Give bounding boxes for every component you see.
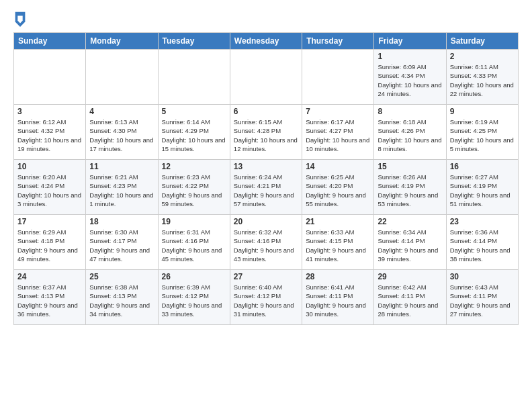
day-info: Sunrise: 6:15 AM Sunset: 4:28 PM Dayligh… (234, 118, 298, 153)
day-number: 13 (234, 162, 298, 171)
day-cell (230, 50, 302, 105)
day-info: Sunrise: 6:38 AM Sunset: 4:13 PM Dayligh… (89, 283, 154, 318)
day-info: Sunrise: 6:17 AM Sunset: 4:27 PM Dayligh… (306, 118, 370, 153)
day-number: 15 (378, 162, 442, 171)
day-cell: 20Sunrise: 6:32 AM Sunset: 4:16 PM Dayli… (230, 215, 302, 270)
day-number: 9 (450, 107, 515, 116)
day-cell: 15Sunrise: 6:26 AM Sunset: 4:19 PM Dayli… (374, 160, 446, 215)
day-info: Sunrise: 6:39 AM Sunset: 4:12 PM Dayligh… (162, 283, 226, 318)
day-info: Sunrise: 6:30 AM Sunset: 4:17 PM Dayligh… (89, 228, 154, 263)
day-cell (14, 50, 86, 105)
day-cell: 23Sunrise: 6:36 AM Sunset: 4:14 PM Dayli… (446, 215, 518, 270)
day-cell: 3Sunrise: 6:12 AM Sunset: 4:32 PM Daylig… (14, 105, 86, 160)
day-info: Sunrise: 6:24 AM Sunset: 4:21 PM Dayligh… (234, 173, 298, 208)
day-number: 28 (306, 272, 370, 281)
page: SundayMondayTuesdayWednesdayThursdayFrid… (0, 0, 532, 411)
day-info: Sunrise: 6:43 AM Sunset: 4:11 PM Dayligh… (450, 283, 515, 318)
day-number: 18 (89, 217, 154, 226)
day-number: 7 (306, 107, 370, 116)
day-cell: 26Sunrise: 6:39 AM Sunset: 4:12 PM Dayli… (158, 270, 230, 325)
day-info: Sunrise: 6:26 AM Sunset: 4:19 PM Dayligh… (378, 173, 442, 208)
day-info: Sunrise: 6:41 AM Sunset: 4:11 PM Dayligh… (306, 283, 370, 318)
day-cell: 7Sunrise: 6:17 AM Sunset: 4:27 PM Daylig… (302, 105, 374, 160)
day-number: 23 (450, 217, 515, 226)
day-cell: 12Sunrise: 6:23 AM Sunset: 4:22 PM Dayli… (158, 160, 230, 215)
day-info: Sunrise: 6:12 AM Sunset: 4:32 PM Dayligh… (17, 118, 82, 153)
day-info: Sunrise: 6:09 AM Sunset: 4:34 PM Dayligh… (378, 62, 442, 98)
day-number: 5 (162, 107, 226, 116)
day-cell: 24Sunrise: 6:37 AM Sunset: 4:13 PM Dayli… (14, 270, 86, 325)
day-cell: 8Sunrise: 6:18 AM Sunset: 4:26 PM Daylig… (374, 105, 446, 160)
day-info: Sunrise: 6:33 AM Sunset: 4:15 PM Dayligh… (306, 228, 370, 263)
day-cell: 18Sunrise: 6:30 AM Sunset: 4:17 PM Dayli… (86, 215, 158, 270)
day-info: Sunrise: 6:18 AM Sunset: 4:26 PM Dayligh… (378, 118, 442, 153)
day-info: Sunrise: 6:32 AM Sunset: 4:16 PM Dayligh… (234, 228, 298, 263)
day-info: Sunrise: 6:21 AM Sunset: 4:23 PM Dayligh… (89, 173, 154, 208)
calendar: SundayMondayTuesdayWednesdayThursdayFrid… (13, 32, 519, 325)
weekday-wednesday: Wednesday (230, 33, 302, 50)
day-number: 1 (378, 52, 442, 61)
week-row-4: 17Sunrise: 6:29 AM Sunset: 4:18 PM Dayli… (14, 215, 519, 270)
day-number: 24 (17, 272, 82, 281)
day-cell: 11Sunrise: 6:21 AM Sunset: 4:23 PM Dayli… (86, 160, 158, 215)
weekday-thursday: Thursday (302, 33, 374, 50)
day-number: 16 (450, 162, 515, 171)
day-cell (158, 50, 230, 105)
day-cell (302, 50, 374, 105)
day-cell: 16Sunrise: 6:27 AM Sunset: 4:19 PM Dayli… (446, 160, 518, 215)
day-number: 2 (450, 52, 515, 61)
day-cell: 25Sunrise: 6:38 AM Sunset: 4:13 PM Dayli… (86, 270, 158, 325)
week-row-1: 1Sunrise: 6:09 AM Sunset: 4:34 PM Daylig… (14, 50, 519, 105)
day-info: Sunrise: 6:25 AM Sunset: 4:20 PM Dayligh… (306, 173, 370, 208)
day-info: Sunrise: 6:20 AM Sunset: 4:24 PM Dayligh… (17, 173, 82, 208)
day-info: Sunrise: 6:14 AM Sunset: 4:29 PM Dayligh… (162, 118, 226, 153)
day-number: 8 (378, 107, 442, 116)
day-info: Sunrise: 6:11 AM Sunset: 4:33 PM Dayligh… (450, 62, 515, 98)
day-info: Sunrise: 6:37 AM Sunset: 4:13 PM Dayligh… (17, 283, 82, 318)
day-cell: 22Sunrise: 6:34 AM Sunset: 4:14 PM Dayli… (374, 215, 446, 270)
logo (13, 11, 30, 27)
logo-icon (13, 11, 27, 27)
day-info: Sunrise: 6:36 AM Sunset: 4:14 PM Dayligh… (450, 228, 515, 263)
day-number: 6 (234, 107, 298, 116)
day-cell: 29Sunrise: 6:42 AM Sunset: 4:11 PM Dayli… (374, 270, 446, 325)
week-row-2: 3Sunrise: 6:12 AM Sunset: 4:32 PM Daylig… (14, 105, 519, 160)
weekday-tuesday: Tuesday (158, 33, 230, 50)
day-cell: 9Sunrise: 6:19 AM Sunset: 4:25 PM Daylig… (446, 105, 518, 160)
week-row-5: 24Sunrise: 6:37 AM Sunset: 4:13 PM Dayli… (14, 270, 519, 325)
day-cell: 14Sunrise: 6:25 AM Sunset: 4:20 PM Dayli… (302, 160, 374, 215)
day-number: 26 (162, 272, 226, 281)
day-number: 12 (162, 162, 226, 171)
day-number: 3 (17, 107, 82, 116)
day-cell: 28Sunrise: 6:41 AM Sunset: 4:11 PM Dayli… (302, 270, 374, 325)
day-number: 14 (306, 162, 370, 171)
day-info: Sunrise: 6:40 AM Sunset: 4:12 PM Dayligh… (234, 283, 298, 318)
day-cell: 17Sunrise: 6:29 AM Sunset: 4:18 PM Dayli… (14, 215, 86, 270)
day-number: 27 (234, 272, 298, 281)
day-cell: 1Sunrise: 6:09 AM Sunset: 4:34 PM Daylig… (374, 50, 446, 105)
day-number: 10 (17, 162, 82, 171)
header (13, 11, 519, 27)
day-number: 4 (89, 107, 154, 116)
day-cell: 2Sunrise: 6:11 AM Sunset: 4:33 PM Daylig… (446, 50, 518, 105)
day-cell (86, 50, 158, 105)
day-info: Sunrise: 6:29 AM Sunset: 4:18 PM Dayligh… (17, 228, 82, 263)
day-info: Sunrise: 6:34 AM Sunset: 4:14 PM Dayligh… (378, 228, 442, 263)
day-info: Sunrise: 6:31 AM Sunset: 4:16 PM Dayligh… (162, 228, 226, 263)
day-number: 30 (450, 272, 515, 281)
day-cell: 27Sunrise: 6:40 AM Sunset: 4:12 PM Dayli… (230, 270, 302, 325)
weekday-monday: Monday (86, 33, 158, 50)
day-number: 19 (162, 217, 226, 226)
day-info: Sunrise: 6:27 AM Sunset: 4:19 PM Dayligh… (450, 173, 515, 208)
day-info: Sunrise: 6:13 AM Sunset: 4:30 PM Dayligh… (89, 118, 154, 153)
week-row-3: 10Sunrise: 6:20 AM Sunset: 4:24 PM Dayli… (14, 160, 519, 215)
day-cell: 5Sunrise: 6:14 AM Sunset: 4:29 PM Daylig… (158, 105, 230, 160)
day-info: Sunrise: 6:19 AM Sunset: 4:25 PM Dayligh… (450, 118, 515, 153)
weekday-sunday: Sunday (14, 33, 86, 50)
day-cell: 6Sunrise: 6:15 AM Sunset: 4:28 PM Daylig… (230, 105, 302, 160)
day-number: 22 (378, 217, 442, 226)
day-number: 11 (89, 162, 154, 171)
day-cell: 21Sunrise: 6:33 AM Sunset: 4:15 PM Dayli… (302, 215, 374, 270)
day-number: 21 (306, 217, 370, 226)
day-cell: 4Sunrise: 6:13 AM Sunset: 4:30 PM Daylig… (86, 105, 158, 160)
